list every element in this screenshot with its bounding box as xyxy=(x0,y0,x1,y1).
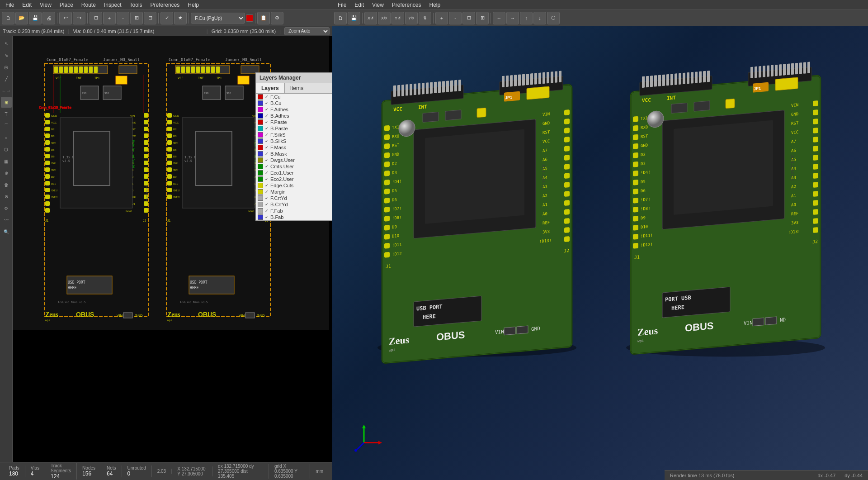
select-tool[interactable]: ↖ xyxy=(1,38,12,49)
measure-tool[interactable]: ←→ xyxy=(1,85,12,96)
3d-perspective-btn[interactable]: ⬡ xyxy=(547,12,560,24)
layer-cmtsuser[interactable]: ✓ Cmts.User xyxy=(256,163,332,170)
3d-zoom-out-btn[interactable]: - xyxy=(449,12,462,24)
layer-margin[interactable]: ✓ Margin xyxy=(256,189,332,195)
zoom-out-btn[interactable]: - xyxy=(117,12,129,24)
3d-flip-btn[interactable]: ⇅ xyxy=(419,12,431,24)
menu-place-left[interactable]: Place xyxy=(56,1,77,9)
open-btn[interactable]: 📂 xyxy=(15,12,28,24)
3d-zoom-area-btn[interactable]: ⊞ xyxy=(476,12,489,24)
layer-fmask[interactable]: ✓ F.Mask xyxy=(256,144,332,151)
3d-rotate-y-btn[interactable]: Y↺ xyxy=(392,12,404,24)
3d-rotate-x-btn[interactable]: X↺ xyxy=(364,12,377,24)
interactive-router-settings[interactable]: ⚙ xyxy=(1,203,12,214)
3d-rotate-neg-x-btn[interactable]: X↻ xyxy=(378,12,391,24)
menu-inspect-left[interactable]: Inspect xyxy=(100,1,125,9)
fill-zones-tool[interactable]: ▦ xyxy=(1,156,12,166)
layer-dropdown[interactable]: F.Cu (PgUp) xyxy=(191,13,245,24)
layer-bcu[interactable]: ✓ B.Cu xyxy=(256,100,332,106)
redo-btn[interactable]: ↪ xyxy=(73,12,85,24)
layer-eco1user[interactable]: ✓ Eco1.User xyxy=(256,170,332,176)
tab-items[interactable]: Items xyxy=(285,83,309,93)
svg-rect-216 xyxy=(450,81,453,92)
menu-view-left[interactable]: View xyxy=(36,1,55,9)
svg-text:J1: J1 xyxy=(45,219,49,222)
layer-fcrtyd[interactable]: ✓ F.CrtYd xyxy=(256,195,332,201)
3d-move-left-btn[interactable]: ← xyxy=(493,12,505,24)
menu-route-left[interactable]: Route xyxy=(78,1,99,9)
zoom-dropdown[interactable]: Zoom Auto xyxy=(284,27,330,35)
3d-move-right-btn[interactable]: → xyxy=(506,12,519,24)
svg-rect-242 xyxy=(384,125,390,131)
highlight-btn[interactable]: ★ xyxy=(174,12,187,24)
microwave-tool[interactable]: 〰 xyxy=(1,214,12,225)
layer-ffab[interactable]: ✓ F.Fab xyxy=(256,208,332,214)
add-footprint-tool[interactable]: ⊞ xyxy=(1,97,12,108)
zoom-in-btn[interactable]: + xyxy=(103,12,116,24)
menu-help-right[interactable]: Help xyxy=(426,1,444,9)
add-via-tool[interactable]: ◎ xyxy=(1,62,12,72)
svg-rect-324 xyxy=(646,76,649,88)
svg-text:!D11!: !D11! xyxy=(51,189,58,192)
draw-circle-tool[interactable]: ○ xyxy=(1,132,12,143)
print-btn[interactable]: 🖨 xyxy=(42,12,55,24)
svg-text:INT: INT xyxy=(418,104,427,111)
add-text-tool[interactable]: T xyxy=(1,109,12,119)
3d-rotate-neg-y-btn[interactable]: Y↻ xyxy=(405,12,418,24)
3d-move-up-btn[interactable]: ↑ xyxy=(520,12,533,24)
layer-dwgsuser[interactable]: ✓ Dwgs.User xyxy=(256,157,332,163)
menu-edit-left[interactable]: Edit xyxy=(19,1,35,9)
right-3d-panel[interactable]: File Edit View Preferences Help 🗋 💾 X↺ X… xyxy=(332,0,868,480)
delete-tool[interactable]: 🗑 xyxy=(1,179,12,190)
push-and-shove-tool[interactable]: ⊗ xyxy=(1,191,12,202)
menu-file-left[interactable]: File xyxy=(2,1,18,9)
layer-bfab[interactable]: ✓ B.Fab xyxy=(256,214,332,220)
menu-edit-right[interactable]: Edit xyxy=(351,1,368,9)
draw-arc-tool[interactable]: ⌒ xyxy=(1,120,12,131)
layer-bsilks[interactable]: ✓ B.SilkS xyxy=(256,138,332,144)
3d-zoom-fit-btn[interactable]: ⊡ xyxy=(462,12,475,24)
layer-fpaste[interactable]: ✓ F.Paste xyxy=(256,119,332,125)
menu-preferences-right[interactable]: Preferences xyxy=(388,1,425,9)
3d-save-btn[interactable]: 💾 xyxy=(348,12,360,24)
layer-color-btn[interactable] xyxy=(246,14,253,22)
status-unrouted: Unrouted 0 xyxy=(122,466,152,477)
draw-polygon-tool[interactable]: ⬡ xyxy=(1,144,12,155)
layer-fsilks[interactable]: ✓ F.SilkS xyxy=(256,132,332,138)
menu-view-right[interactable]: View xyxy=(368,1,387,9)
draw-line-tool[interactable]: ╱ xyxy=(1,73,12,84)
3d-zoom-in-btn[interactable]: + xyxy=(435,12,448,24)
svg-rect-241 xyxy=(445,110,461,120)
zoom-prev-btn[interactable]: ⊟ xyxy=(144,12,156,24)
svg-text:Conn_01x07_Female: Conn_01x07_Female xyxy=(47,57,88,62)
gerber-btn[interactable]: 📋 xyxy=(257,12,270,24)
save-btn[interactable]: 💾 xyxy=(29,12,42,24)
layer-bpaste[interactable]: ✓ B.Paste xyxy=(256,125,332,132)
new-btn[interactable]: 🗋 xyxy=(2,12,14,24)
layer-edgecuts[interactable]: ✓ Edge.Cuts xyxy=(256,182,332,189)
zoom-fit-btn[interactable]: ⊡ xyxy=(90,12,102,24)
menu-help-left[interactable]: Help xyxy=(184,1,203,9)
layer-badhes[interactable]: ✓ B.Adhes xyxy=(256,113,332,119)
route-track-tool[interactable]: ∿ xyxy=(1,50,12,61)
menu-tools-left[interactable]: Tools xyxy=(126,1,146,9)
layer-eco2user[interactable]: ✓ Eco2.User xyxy=(256,176,332,182)
zoom-area-btn[interactable]: ⊞ xyxy=(130,12,143,24)
fab-btn[interactable]: ⚙ xyxy=(271,12,283,24)
svg-rect-286 xyxy=(564,236,570,242)
svg-rect-58 xyxy=(144,147,148,152)
layer-bmask[interactable]: ✓ B.Mask xyxy=(256,151,332,157)
menu-file-right[interactable]: File xyxy=(334,1,350,9)
3d-new-btn[interactable]: 🗋 xyxy=(334,12,347,24)
place-origin-tool[interactable]: ⊕ xyxy=(1,167,12,178)
layer-bcrtyd[interactable]: ✓ B.CrtYd xyxy=(256,201,332,208)
menu-preferences-left[interactable]: Preferences xyxy=(147,1,184,9)
3d-move-down-btn[interactable]: ↓ xyxy=(533,12,546,24)
tab-layers[interactable]: Layers xyxy=(256,83,285,93)
inspect-tool[interactable]: 🔍 xyxy=(1,226,12,237)
layer-fcu[interactable]: ✓ F.Cu xyxy=(256,94,332,100)
undo-btn[interactable]: ↩ xyxy=(59,12,72,24)
pcb-canvas[interactable]: Conn_01x07_Female Jumper_NO_Small xyxy=(13,36,332,480)
layer-fadhes[interactable]: ✓ F.Adhes xyxy=(256,106,332,113)
drc-btn[interactable]: ✓ xyxy=(160,12,173,24)
